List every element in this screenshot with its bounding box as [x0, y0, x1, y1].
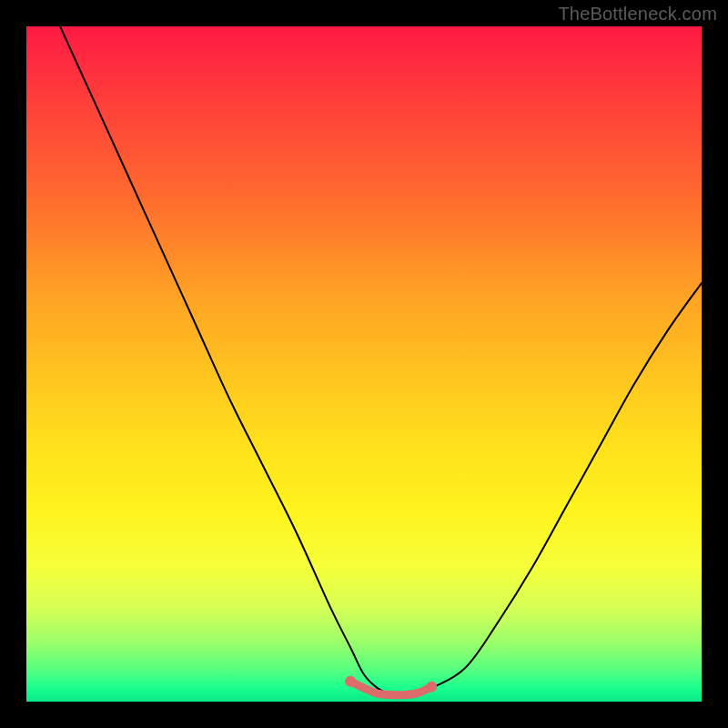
chart-svg-layer: [26, 26, 702, 702]
plot-area: [26, 26, 702, 702]
svg-point-0: [345, 676, 356, 687]
chart-frame: TheBottleneck.com: [0, 0, 728, 728]
svg-point-1: [426, 682, 437, 693]
bottleneck-curve: [60, 26, 702, 695]
optimal-zone-marker: [345, 676, 437, 695]
watermark-text: TheBottleneck.com: [558, 4, 717, 25]
